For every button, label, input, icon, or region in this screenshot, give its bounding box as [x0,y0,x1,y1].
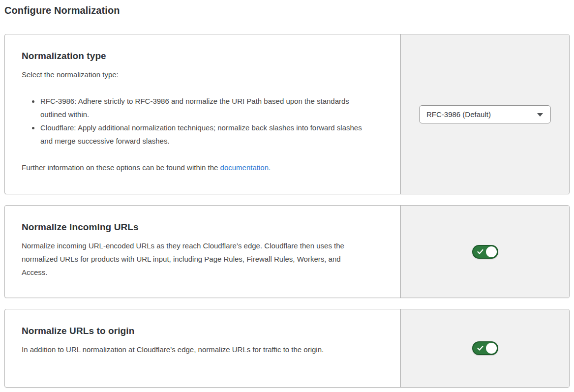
normalize-incoming-urls-content: Normalize incoming URLs Normalize incomi… [5,206,400,298]
normalization-type-content: Normalization type Select the normalizat… [5,34,400,194]
normalize-urls-to-origin-control-panel [400,309,569,387]
normalization-type-title: Normalization type [22,51,383,61]
normalize-urls-to-origin-toggle[interactable] [472,341,498,355]
check-icon [477,249,483,254]
normalize-urls-to-origin-title: Normalize URLs to origin [22,326,383,336]
normalize-urls-to-origin-card: Normalize URLs to origin In addition to … [4,309,570,388]
bullet-item-rfc3986: RFC-3986: Adhere strictly to RFC-3986 an… [40,94,365,121]
check-icon [477,346,483,351]
normalize-incoming-urls-card: Normalize incoming URLs Normalize incomi… [4,205,570,298]
normalization-type-subtitle: Select the normalization type: [22,68,366,81]
normalize-urls-to-origin-content: Normalize URLs to origin In addition to … [5,309,400,387]
toggle-knob [486,343,497,354]
footer-period: . [269,163,271,172]
normalization-type-card: Normalization type Select the normalizat… [4,34,570,194]
normalization-type-control-panel: RFC-3986 (Default) [400,34,569,194]
normalize-incoming-urls-title: Normalize incoming URLs [22,222,383,233]
footer-text: Further information on these options can… [22,163,220,172]
normalize-incoming-urls-description: Normalize incoming URL-encoded URLs as t… [22,239,366,279]
chevron-down-icon [537,113,543,117]
page-title: Configure Normalization [4,5,570,16]
normalize-urls-to-origin-description: In addition to URL normalization at Clou… [22,343,366,356]
normalize-incoming-urls-toggle[interactable] [472,245,498,259]
configure-normalization-page: Configure Normalization Normalization ty… [0,0,574,388]
normalize-incoming-urls-control-panel [400,206,569,298]
cards-container: Normalization type Select the normalizat… [4,34,570,388]
normalization-type-select-value: RFC-3986 (Default) [426,110,491,119]
documentation-link[interactable]: documentation [220,163,269,172]
bullet-item-cloudflare: Cloudflare: Apply additional normalizati… [40,121,365,148]
toggle-knob [486,246,497,257]
normalization-options-list: RFC-3986: Adhere strictly to RFC-3986 an… [22,94,365,148]
further-information-text: Further information on these options can… [22,161,366,174]
normalization-type-select[interactable]: RFC-3986 (Default) [419,105,551,123]
